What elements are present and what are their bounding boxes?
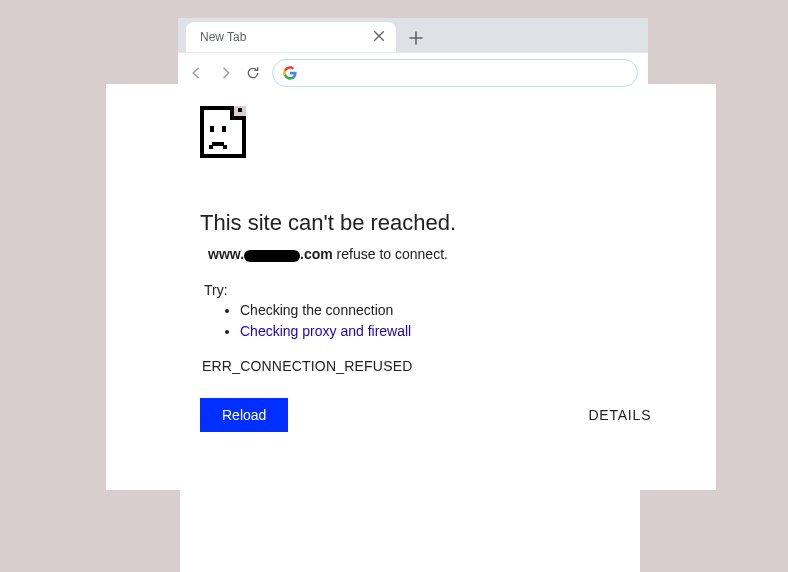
back-button[interactable]	[188, 64, 206, 82]
button-row: Reload DETAILS	[200, 398, 686, 432]
svg-rect-10	[202, 118, 244, 156]
browser-tab[interactable]: New Tab	[186, 22, 396, 52]
close-tab-icon[interactable]	[372, 30, 386, 44]
svg-rect-11	[200, 106, 232, 110]
svg-rect-17	[238, 108, 242, 112]
address-bar[interactable]	[272, 59, 638, 87]
sad-page-icon	[200, 106, 686, 162]
error-code: ERR_CONNECTION_REFUSED	[202, 358, 686, 374]
svg-rect-20	[212, 142, 224, 146]
tab-title: New Tab	[200, 30, 362, 44]
reload-nav-button[interactable]	[244, 64, 262, 82]
svg-rect-14	[242, 116, 246, 158]
svg-rect-18	[210, 126, 214, 132]
error-page-surface-extension	[180, 484, 640, 572]
suggestion-list: Checking the connection Checking proxy a…	[240, 300, 686, 342]
svg-rect-21	[209, 145, 213, 149]
error-page-content: This site can't be reached. www..com ref…	[106, 84, 716, 432]
google-g-icon	[283, 66, 297, 80]
tab-strip: New Tab	[178, 18, 648, 52]
site-prefix: www.	[208, 246, 244, 262]
redacted-hostname	[244, 250, 300, 262]
svg-rect-16	[230, 116, 246, 120]
error-subtext: www..com refuse to connect.	[208, 246, 686, 262]
error-heading: This site can't be reached.	[200, 210, 686, 236]
suggestion-check-connection: Checking the connection	[240, 300, 686, 321]
details-button[interactable]: DETAILS	[588, 407, 651, 423]
svg-rect-19	[222, 126, 226, 132]
svg-rect-13	[200, 154, 246, 158]
try-label: Try:	[204, 282, 686, 298]
forward-button[interactable]	[216, 64, 234, 82]
new-tab-button[interactable]	[402, 24, 430, 52]
address-input[interactable]	[305, 65, 627, 80]
suggestion-check-proxy-link[interactable]: Checking proxy and firewall	[240, 323, 411, 339]
svg-rect-22	[223, 145, 227, 149]
site-suffix: .com	[300, 246, 333, 262]
reload-button[interactable]: Reload	[200, 398, 288, 432]
refuse-text: refuse to connect.	[333, 246, 448, 262]
svg-rect-12	[200, 106, 204, 158]
browser-chrome: New Tab	[178, 18, 648, 92]
